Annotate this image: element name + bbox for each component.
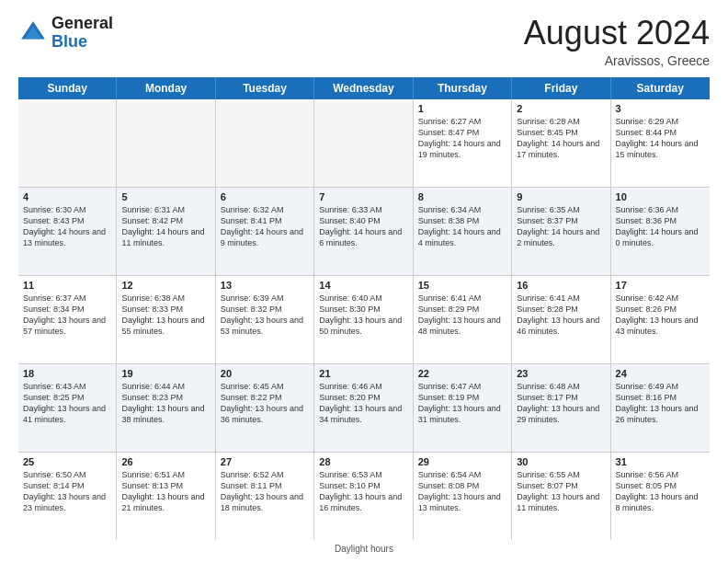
- calendar-day-cell: 21Sunrise: 6:46 AM Sunset: 8:20 PM Dayli…: [314, 364, 413, 452]
- calendar-week-row: 11Sunrise: 6:37 AM Sunset: 8:34 PM Dayli…: [18, 276, 710, 364]
- logo: General Blue: [18, 15, 113, 52]
- day-details: Sunrise: 6:37 AM Sunset: 8:34 PM Dayligh…: [23, 293, 111, 338]
- logo-blue: Blue: [51, 33, 113, 52]
- calendar-day-cell: 25Sunrise: 6:50 AM Sunset: 8:14 PM Dayli…: [18, 453, 117, 540]
- calendar-day-cell: 27Sunrise: 6:52 AM Sunset: 8:11 PM Dayli…: [216, 453, 314, 540]
- day-details: Sunrise: 6:28 AM Sunset: 8:45 PM Dayligh…: [517, 116, 605, 161]
- calendar-day-cell: 29Sunrise: 6:54 AM Sunset: 8:08 PM Dayli…: [414, 453, 512, 540]
- day-details: Sunrise: 6:48 AM Sunset: 8:17 PM Dayligh…: [517, 381, 605, 426]
- calendar-day-cell: 19Sunrise: 6:44 AM Sunset: 8:23 PM Dayli…: [117, 364, 215, 452]
- day-details: Sunrise: 6:50 AM Sunset: 8:14 PM Dayligh…: [23, 469, 111, 514]
- calendar-day-cell: 15Sunrise: 6:41 AM Sunset: 8:29 PM Dayli…: [414, 276, 512, 363]
- day-details: Sunrise: 6:27 AM Sunset: 8:47 PM Dayligh…: [418, 116, 506, 161]
- day-number: 24: [616, 368, 705, 379]
- day-number: 28: [319, 456, 407, 467]
- day-details: Sunrise: 6:30 AM Sunset: 8:43 PM Dayligh…: [23, 204, 111, 249]
- footer-note: Daylight hours: [18, 544, 710, 554]
- calendar-day-cell: 3Sunrise: 6:29 AM Sunset: 8:44 PM Daylig…: [611, 99, 710, 187]
- day-number: 10: [616, 191, 705, 202]
- day-number: 13: [221, 280, 309, 291]
- day-number: 23: [517, 368, 605, 379]
- day-details: Sunrise: 6:45 AM Sunset: 8:22 PM Dayligh…: [221, 381, 309, 426]
- calendar-week-row: 1Sunrise: 6:27 AM Sunset: 8:47 PM Daylig…: [18, 99, 710, 188]
- empty-cell: [18, 99, 117, 187]
- calendar-day-cell: 17Sunrise: 6:42 AM Sunset: 8:26 PM Dayli…: [611, 276, 710, 363]
- header: General Blue August 2024 Aravissos, Gree…: [18, 15, 710, 68]
- day-of-week-header: Saturday: [611, 77, 710, 99]
- day-number: 26: [121, 456, 210, 467]
- day-details: Sunrise: 6:29 AM Sunset: 8:44 PM Dayligh…: [616, 116, 705, 161]
- day-details: Sunrise: 6:31 AM Sunset: 8:42 PM Dayligh…: [121, 204, 210, 249]
- calendar-day-cell: 30Sunrise: 6:55 AM Sunset: 8:07 PM Dayli…: [512, 453, 610, 540]
- day-details: Sunrise: 6:40 AM Sunset: 8:30 PM Dayligh…: [319, 293, 407, 338]
- calendar-day-cell: 28Sunrise: 6:53 AM Sunset: 8:10 PM Dayli…: [314, 453, 413, 540]
- calendar-week-row: 18Sunrise: 6:43 AM Sunset: 8:25 PM Dayli…: [18, 364, 710, 453]
- day-number: 12: [121, 280, 210, 291]
- day-number: 5: [121, 191, 210, 202]
- day-number: 29: [418, 456, 506, 467]
- day-number: 22: [418, 368, 506, 379]
- day-of-week-header: Sunday: [18, 77, 117, 99]
- day-number: 31: [616, 456, 705, 467]
- day-number: 2: [517, 103, 605, 114]
- calendar-day-cell: 20Sunrise: 6:45 AM Sunset: 8:22 PM Dayli…: [216, 364, 314, 452]
- day-number: 16: [517, 280, 605, 291]
- day-number: 27: [221, 456, 309, 467]
- day-of-week-header: Thursday: [414, 77, 512, 99]
- calendar-day-cell: 11Sunrise: 6:37 AM Sunset: 8:34 PM Dayli…: [18, 276, 117, 363]
- day-details: Sunrise: 6:43 AM Sunset: 8:25 PM Dayligh…: [23, 381, 111, 426]
- calendar-day-cell: 9Sunrise: 6:35 AM Sunset: 8:37 PM Daylig…: [512, 188, 610, 275]
- calendar-day-cell: 23Sunrise: 6:48 AM Sunset: 8:17 PM Dayli…: [512, 364, 610, 452]
- day-number: 6: [221, 191, 309, 202]
- day-number: 25: [23, 456, 111, 467]
- day-details: Sunrise: 6:42 AM Sunset: 8:26 PM Dayligh…: [616, 293, 705, 338]
- empty-cell: [216, 99, 314, 187]
- day-of-week-header: Friday: [512, 77, 610, 99]
- calendar-day-cell: 1Sunrise: 6:27 AM Sunset: 8:47 PM Daylig…: [414, 99, 512, 187]
- day-details: Sunrise: 6:53 AM Sunset: 8:10 PM Dayligh…: [319, 469, 407, 514]
- calendar-day-cell: 5Sunrise: 6:31 AM Sunset: 8:42 PM Daylig…: [117, 188, 215, 275]
- calendar-day-cell: 31Sunrise: 6:56 AM Sunset: 8:05 PM Dayli…: [611, 453, 710, 540]
- day-number: 20: [221, 368, 309, 379]
- month-title: August 2024: [524, 15, 710, 52]
- day-details: Sunrise: 6:34 AM Sunset: 8:38 PM Dayligh…: [418, 204, 506, 249]
- day-details: Sunrise: 6:39 AM Sunset: 8:32 PM Dayligh…: [221, 293, 309, 338]
- day-number: 1: [418, 103, 506, 114]
- day-details: Sunrise: 6:35 AM Sunset: 8:37 PM Dayligh…: [517, 204, 605, 249]
- calendar-week-row: 25Sunrise: 6:50 AM Sunset: 8:14 PM Dayli…: [18, 453, 710, 540]
- day-details: Sunrise: 6:36 AM Sunset: 8:36 PM Dayligh…: [616, 204, 705, 249]
- day-details: Sunrise: 6:56 AM Sunset: 8:05 PM Dayligh…: [616, 469, 705, 514]
- day-number: 8: [418, 191, 506, 202]
- day-number: 7: [319, 191, 407, 202]
- day-details: Sunrise: 6:54 AM Sunset: 8:08 PM Dayligh…: [418, 469, 506, 514]
- calendar-day-cell: 6Sunrise: 6:32 AM Sunset: 8:41 PM Daylig…: [216, 188, 314, 275]
- day-number: 14: [319, 280, 407, 291]
- day-details: Sunrise: 6:49 AM Sunset: 8:16 PM Dayligh…: [616, 381, 705, 426]
- day-details: Sunrise: 6:47 AM Sunset: 8:19 PM Dayligh…: [418, 381, 506, 426]
- title-block: August 2024 Aravissos, Greece: [524, 15, 710, 68]
- day-details: Sunrise: 6:55 AM Sunset: 8:07 PM Dayligh…: [517, 469, 605, 514]
- day-details: Sunrise: 6:51 AM Sunset: 8:13 PM Dayligh…: [121, 469, 210, 514]
- empty-cell: [314, 99, 413, 187]
- logo-text: General Blue: [51, 15, 113, 52]
- day-number: 4: [23, 191, 111, 202]
- calendar-day-cell: 24Sunrise: 6:49 AM Sunset: 8:16 PM Dayli…: [611, 364, 710, 452]
- calendar-day-cell: 16Sunrise: 6:41 AM Sunset: 8:28 PM Dayli…: [512, 276, 610, 363]
- calendar: SundayMondayTuesdayWednesdayThursdayFrid…: [18, 77, 710, 540]
- logo-icon: [18, 18, 48, 48]
- day-details: Sunrise: 6:46 AM Sunset: 8:20 PM Dayligh…: [319, 381, 407, 426]
- calendar-week-row: 4Sunrise: 6:30 AM Sunset: 8:43 PM Daylig…: [18, 188, 710, 276]
- day-number: 21: [319, 368, 407, 379]
- calendar-day-cell: 2Sunrise: 6:28 AM Sunset: 8:45 PM Daylig…: [512, 99, 610, 187]
- day-number: 15: [418, 280, 506, 291]
- calendar-day-cell: 18Sunrise: 6:43 AM Sunset: 8:25 PM Dayli…: [18, 364, 117, 452]
- day-number: 9: [517, 191, 605, 202]
- day-of-week-header: Tuesday: [216, 77, 314, 99]
- day-number: 17: [616, 280, 705, 291]
- day-of-week-header: Wednesday: [314, 77, 413, 99]
- day-details: Sunrise: 6:52 AM Sunset: 8:11 PM Dayligh…: [221, 469, 309, 514]
- calendar-day-cell: 22Sunrise: 6:47 AM Sunset: 8:19 PM Dayli…: [414, 364, 512, 452]
- day-details: Sunrise: 6:44 AM Sunset: 8:23 PM Dayligh…: [121, 381, 210, 426]
- calendar-day-cell: 13Sunrise: 6:39 AM Sunset: 8:32 PM Dayli…: [216, 276, 314, 363]
- day-details: Sunrise: 6:41 AM Sunset: 8:29 PM Dayligh…: [418, 293, 506, 338]
